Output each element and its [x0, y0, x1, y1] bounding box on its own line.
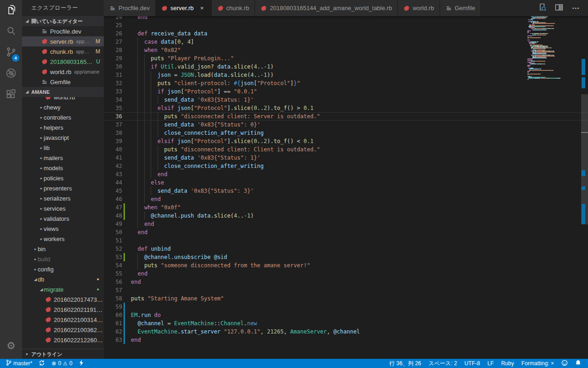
code-line-60[interactable]: 60EM.run do	[104, 311, 588, 319]
open-changes-button[interactable]	[537, 2, 548, 14]
open-editor-20180803165…[interactable]: 20180803165…U	[22, 57, 104, 67]
code-line-62[interactable]: 62 EventMachine.start_server "127.0.0.1"…	[104, 328, 588, 336]
code-line-55[interactable]: 55 end	[104, 270, 588, 278]
code-line-37[interactable]: 37 send_data '0x83{"Status": 0}'	[104, 121, 588, 129]
activity-debug-button[interactable]	[0, 63, 22, 85]
code-line-49[interactable]: 49 end	[104, 220, 588, 228]
indentation[interactable]: スペース: 2	[426, 359, 459, 368]
feedback-bolt-button[interactable]	[77, 359, 86, 368]
tab-20180803165144_add_amane_world_table.rb[interactable]: 20180803165144_add_amane_world_table.rb	[255, 0, 398, 16]
code-line-26[interactable]: 26 def receive_data data	[104, 29, 588, 38]
tab-server.rb[interactable]: server.rb×	[156, 0, 212, 16]
more-actions-button[interactable]: ⋯	[570, 2, 582, 14]
tree-item-config[interactable]: ▸config	[22, 264, 104, 274]
code-line-32[interactable]: 32 puts "client-protocol: #{json["Protoc…	[104, 79, 588, 87]
code-line-47[interactable]: 47 when "0x0f"	[104, 203, 588, 212]
code-line-24[interactable]: 24 end	[104, 16, 588, 21]
activity-extensions-button[interactable]	[0, 85, 22, 106]
tab-world.rb[interactable]: world.rb	[398, 0, 440, 16]
git-branch-status[interactable]: master*	[4, 359, 34, 368]
tab-chunk.rb[interactable]: chunk.rb	[212, 0, 255, 16]
overview-ruler[interactable]	[581, 16, 588, 359]
tree-item-20160220211917_…[interactable]: 20160220211917_…	[22, 305, 104, 315]
encoding[interactable]: UTF-8	[462, 359, 482, 368]
code-line-36[interactable]: 36 puts "disconnected client: Server is …	[104, 112, 588, 121]
code-line-53[interactable]: 53 @channel.unsubscribe @sid	[104, 253, 588, 261]
code-line-45[interactable]: 45 send_data '0x83{"Status": 3}'	[104, 187, 588, 195]
open-editor-server.rb[interactable]: server.rbapp…M	[22, 36, 104, 46]
tree-item-serializers[interactable]: ▸serializers	[22, 193, 104, 203]
tree-item-bin[interactable]: ▸bin	[22, 244, 104, 254]
code-line-48[interactable]: 48 @channel.push data.slice(4..-1)	[104, 212, 588, 220]
code-line-33[interactable]: 33 if json["Protocol"] == "0.0.1"	[104, 87, 588, 96]
tree-item-20160222122600…[interactable]: 20160222122600…	[22, 335, 104, 345]
settings-gear-icon[interactable]: ⚙	[0, 337, 22, 355]
code-line-43[interactable]: 43 end	[104, 170, 588, 178]
language-mode[interactable]: Ruby	[499, 359, 516, 368]
eol-sequence[interactable]: LF	[485, 359, 496, 368]
formatting-status[interactable]: Formatting: ×	[519, 359, 556, 368]
code-line-57[interactable]: 57	[104, 286, 588, 294]
tree-item-helpers[interactable]: ▸helpers	[22, 122, 104, 132]
code-line-29[interactable]: 29 puts "Player PreLogin..."	[104, 54, 588, 63]
activity-search-button[interactable]	[0, 21, 22, 42]
sync-button[interactable]	[36, 359, 47, 368]
code-line-59[interactable]: 59	[104, 303, 588, 311]
tab-Procfile.dev[interactable]: Procfile.dev	[104, 0, 156, 16]
tree-item-world.rb[interactable]: world.rb	[22, 97, 104, 102]
activity-source-control-button[interactable]: 4	[0, 42, 22, 63]
notifications-button[interactable]	[573, 359, 583, 368]
tree-item-20160221003621…[interactable]: 20160221003621…	[22, 325, 104, 335]
tab-Gemfile[interactable]: Gemfile	[440, 0, 481, 16]
code-line-44[interactable]: 44 else	[104, 178, 588, 187]
tree-item-20160221003140…[interactable]: 20160221003140…	[22, 315, 104, 325]
tree-item-models[interactable]: ▸models	[22, 163, 104, 173]
code-line-39[interactable]: 39 elsif json["Protocol"].slice(0..2).to…	[104, 137, 588, 145]
activity-explorer-button[interactable]	[0, 0, 22, 21]
tree-item-20160220174730…[interactable]: 20160220174730…	[22, 294, 104, 305]
open-editor-chunk.rb[interactable]: chunk.rbapp…M	[22, 46, 104, 57]
code-line-41[interactable]: 41 send_data '0x83{"Status": 1}'	[104, 154, 588, 162]
code-line-31[interactable]: 31 json = JSON.load(data.slice(4..-1))	[104, 71, 588, 79]
open-editor-world.rb[interactable]: world.rbapp/amane	[22, 67, 104, 77]
tree-item-lib[interactable]: ▸lib	[22, 143, 104, 153]
code-line-54[interactable]: 54 puts "someone disconnected from the a…	[104, 261, 588, 270]
code-line-25[interactable]: 25	[104, 21, 588, 29]
cursor-position[interactable]: 行 36、列 26	[387, 359, 423, 368]
tree-item-mailers[interactable]: ▸mailers	[22, 153, 104, 163]
code-line-28[interactable]: 28 when "0x82"	[104, 46, 588, 54]
feedback-smiley-button[interactable]	[559, 359, 570, 368]
tree-item-validators[interactable]: ▸validators	[22, 213, 104, 224]
code-line-34[interactable]: 34 send_data '0x83{Status: 1}'	[104, 96, 588, 104]
tree-item-db[interactable]: ◢db●	[22, 274, 104, 284]
minimap[interactable]	[525, 16, 581, 359]
code-line-27[interactable]: 27 case data[0, 4]	[104, 38, 588, 46]
code-line-63[interactable]: 63end	[104, 336, 588, 344]
code-line-42[interactable]: 42 close_connection_after_writing	[104, 162, 588, 170]
tree-item-workers[interactable]: ▸workers	[22, 234, 104, 244]
tree-item-controllers[interactable]: ▸controllers	[22, 112, 104, 122]
tab-close-icon[interactable]: ×	[198, 5, 206, 12]
tree-item-javascript[interactable]: ▸javascript	[22, 132, 104, 143]
tree-item-views[interactable]: ▸views	[22, 224, 104, 234]
code-line-56[interactable]: 56end	[104, 278, 588, 286]
tree-item-policies[interactable]: ▸policies	[22, 173, 104, 183]
code-line-58[interactable]: 58puts "Starting Amane System"	[104, 294, 588, 303]
open-editor-Procfile.dev[interactable]: Procfile.dev	[22, 26, 104, 36]
open-editors-header[interactable]: ◢ 開いているエディター	[22, 16, 104, 26]
code-editor[interactable]: 24 end2526 def receive_data data27 case …	[104, 16, 588, 359]
code-line-35[interactable]: 35 elsif json["Protocol"].slice(0..2).to…	[104, 104, 588, 112]
code-line-52[interactable]: 52 def unbind	[104, 245, 588, 253]
tree-item-chewy[interactable]: ▸chewy	[22, 102, 104, 112]
code-line-40[interactable]: 40 puts "disconnected client: Client is …	[104, 145, 588, 154]
code-line-30[interactable]: 30 if Util.valid_json? data.slice(4..-1)	[104, 63, 588, 71]
tree-item-build[interactable]: ▸build	[22, 254, 104, 264]
problems-status[interactable]: ⊗ 0 ⚠ 0	[49, 359, 74, 368]
code-line-50[interactable]: 50 end	[104, 228, 588, 236]
code-line-51[interactable]: 51	[104, 236, 588, 245]
code-line-38[interactable]: 38 close_connection_after_writing	[104, 129, 588, 137]
open-editor-Gemfile[interactable]: Gemfile	[22, 77, 104, 87]
code-line-61[interactable]: 61 @channel = EventMachine::Channel.new	[104, 319, 588, 328]
tree-item-presenters[interactable]: ▸presenters	[22, 183, 104, 193]
tree-item-services[interactable]: ▸services	[22, 203, 104, 213]
